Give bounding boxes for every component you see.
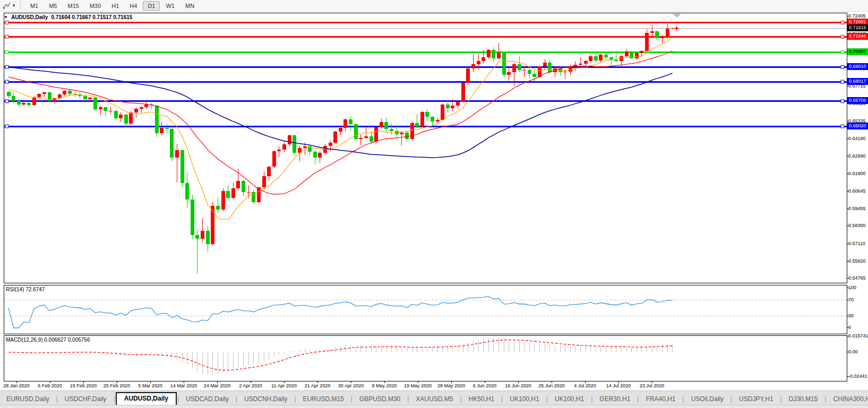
- chart-tab-CHINA300-H4[interactable]: CHINA300,H4: [827, 393, 868, 405]
- date-label: 24 Mar 2020: [199, 383, 236, 388]
- chart-tab-AUDUSD-Daily[interactable]: AUDUSD,Daily: [116, 392, 177, 405]
- timeframe-button-M15[interactable]: M15: [63, 1, 83, 11]
- date-label: 28 Jan 2020: [0, 383, 35, 388]
- chart-tab-FRA40-H1[interactable]: FRA40,H1: [639, 393, 682, 405]
- date-label: 6 Feb 2020: [31, 383, 68, 388]
- hline-0.71046[interactable]: [4, 35, 847, 38]
- hline-handle[interactable]: [5, 35, 8, 38]
- chart-tool-icon[interactable]: [1, 2, 12, 10]
- hline-0.72001[interactable]: [4, 21, 847, 24]
- chart-tab-USDCAD-Daily[interactable]: USDCAD,Daily: [179, 393, 235, 405]
- hline-handle[interactable]: [5, 65, 8, 68]
- timeframe-button-M5[interactable]: M5: [44, 1, 62, 11]
- hline-handle[interactable]: [841, 35, 844, 38]
- price-tick-label: 0.64180: [848, 136, 866, 141]
- main-chart-pane[interactable]: [4, 13, 847, 283]
- chart-tab-HK50-H1[interactable]: HK50,H1: [462, 393, 501, 405]
- hline-0.69010[interactable]: [4, 65, 847, 68]
- price-tick-label: 0.60645: [848, 188, 866, 194]
- price-tick-label: 0.54765: [848, 275, 866, 281]
- hline-handle[interactable]: [5, 50, 8, 54]
- rsi-scale-label: 100: [848, 285, 856, 290]
- date-label: 9 May 2020: [366, 383, 403, 388]
- hline-handle[interactable]: [5, 80, 8, 83]
- chart-tab-USDCHF-Daily[interactable]: USDCHF,Daily: [58, 393, 113, 405]
- date-label: 28 May 2020: [433, 383, 470, 388]
- hline-handle[interactable]: [841, 80, 844, 83]
- hline-price-label: 0.69010: [847, 63, 868, 70]
- price-tick-label: 0.57110: [848, 241, 865, 246]
- hline-price-label: 0.66706: [847, 97, 868, 104]
- date-label: 4 Jul 2020: [566, 383, 604, 388]
- hline-price-label: 0.68017: [847, 78, 868, 85]
- chart-tab-USOil-Daily[interactable]: USOil,Daily: [685, 393, 730, 405]
- rsi-label: RSI(14) 72.6747: [6, 287, 45, 292]
- chart-tab-DJ30-M15[interactable]: DJ30,M15: [783, 393, 824, 405]
- symbol-dropdown-icon[interactable]: ▼: [4, 15, 8, 20]
- chart-tab-UK100-H1[interactable]: UK100,H1: [503, 393, 545, 405]
- hline-handle[interactable]: [5, 125, 8, 128]
- chart-tab-UK100-H1[interactable]: UK100,H1: [548, 393, 590, 405]
- status-bar: [0, 405, 868, 408]
- timeframe-button-H4[interactable]: H4: [125, 1, 142, 11]
- chart-tab-USDCNH-Daily[interactable]: USDCNH,Daily: [238, 393, 294, 405]
- chart-tab-GER30-H1[interactable]: GER30,H1: [593, 393, 637, 405]
- price-axis[interactable]: 0.724050.712150.700600.688700.677150.665…: [847, 13, 868, 390]
- date-label: 25 Jun 2020: [533, 383, 570, 388]
- toolbar-grip: [20, 2, 21, 10]
- date-label: 25 Feb 2020: [98, 383, 135, 388]
- hline-handle[interactable]: [841, 125, 844, 128]
- chart-title: ▼ AUDUSD,Daily 0.71604 0.71667 0.71517 0…: [4, 14, 132, 20]
- hline-handle[interactable]: [841, 100, 844, 103]
- timeframe-button-D1[interactable]: D1: [143, 1, 160, 11]
- macd-signal-line: [8, 340, 673, 370]
- rsi-canvas[interactable]: [4, 285, 847, 334]
- hline-handle[interactable]: [5, 100, 8, 103]
- hline-0.70007[interactable]: [4, 50, 847, 54]
- hline-handle[interactable]: [841, 65, 844, 68]
- hline-price-label: 0.71046: [847, 33, 868, 40]
- price-tick-label: 0.62990: [848, 153, 866, 159]
- rsi-line: [8, 297, 673, 328]
- mid-ma-line: [8, 51, 673, 194]
- chart-tab-EURUSD-Daily[interactable]: EURUSD,Daily: [0, 393, 56, 405]
- timeframe-button-MN[interactable]: MN: [181, 1, 199, 11]
- price-tick-label: 0.61800: [848, 171, 866, 176]
- macd-scale-label: 0.015741: [848, 333, 868, 338]
- date-label: 15 Feb 2020: [65, 383, 102, 388]
- candles-layer: [7, 24, 675, 274]
- hline-handle[interactable]: [841, 50, 844, 54]
- timeframe-button-H1[interactable]: H1: [107, 1, 124, 11]
- date-axis[interactable]: 28 Jan 20206 Feb 202015 Feb 202025 Feb 2…: [4, 381, 847, 390]
- date-label: 21 Apr 2020: [299, 383, 336, 388]
- rsi-pane[interactable]: [4, 285, 847, 334]
- macd-pane[interactable]: [4, 335, 847, 381]
- scroll-end-marker-icon[interactable]: [672, 13, 682, 18]
- macd-scale-label: 0.00: [848, 349, 858, 354]
- timeframe-button-M1[interactable]: M1: [25, 1, 43, 11]
- rsi-scale-label: 70: [848, 297, 854, 302]
- date-label: 14 Mar 2020: [165, 383, 202, 388]
- timeframe-toolbar: ▼ M1M5M15M30H1H4D1W1MN: [0, 0, 868, 12]
- chart-tab-EURUSD-M15[interactable]: EURUSD,M15: [296, 393, 350, 405]
- date-label: 11 Apr 2020: [265, 383, 303, 388]
- chart-tab-XAUUSD-M5[interactable]: XAUUSD,M5: [409, 393, 459, 405]
- chart-tab-bar: EURUSD,Daily|USDCHF,Daily|AUDUSD,Daily|U…: [0, 390, 868, 405]
- macd-canvas[interactable]: [4, 336, 847, 381]
- date-label: 23 Jul 2020: [633, 383, 671, 388]
- chart-tab-USDJPY-H1[interactable]: USDJPY,H1: [733, 393, 779, 405]
- slow-ma-line: [8, 67, 673, 158]
- current-price-label: 0.71615: [847, 24, 868, 31]
- price-tick-label: 0.59455: [848, 206, 866, 211]
- hline-handle[interactable]: [5, 21, 8, 24]
- hline-handle[interactable]: [841, 21, 844, 24]
- chart-tab-GBPUSD-M30[interactable]: GBPUSD,M30: [353, 393, 407, 405]
- date-label: 2 Apr 2020: [232, 383, 269, 388]
- price-tick-label: 0.55920: [848, 258, 866, 264]
- timeframe-button-W1[interactable]: W1: [161, 1, 179, 11]
- price-tick-label: 0.58300: [848, 223, 866, 228]
- hline-0.66706[interactable]: [4, 100, 847, 103]
- timeframe-button-M30[interactable]: M30: [85, 1, 106, 11]
- main-chart-canvas[interactable]: [4, 13, 847, 283]
- chevron-down-icon[interactable]: ▼: [12, 3, 16, 8]
